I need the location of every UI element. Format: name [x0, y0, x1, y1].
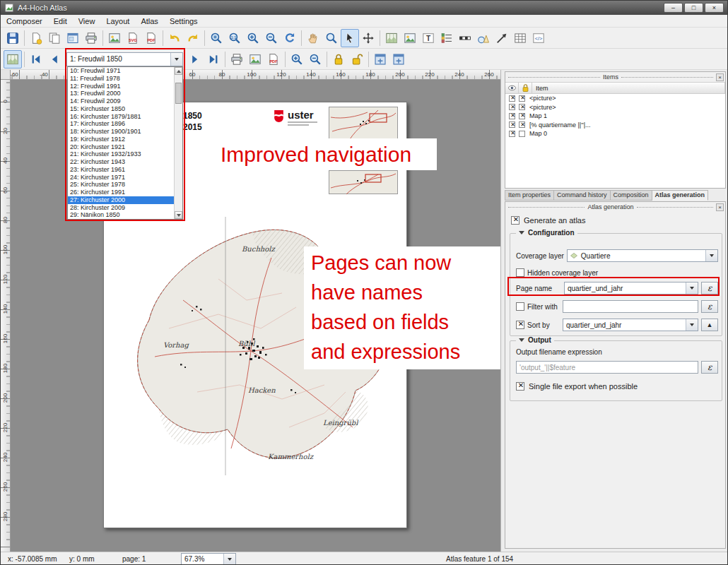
atlas-dropdown-item[interactable]: 25: Kirchuster 1978 [68, 181, 174, 189]
menu-edit[interactable]: Edit [48, 16, 73, 27]
zoom-in-icon[interactable] [244, 29, 262, 47]
move-item-content-icon[interactable] [359, 29, 377, 47]
atlas-dropdown-list[interactable]: 10: Freudwil 197111: Freudwil 197812: Fr… [67, 66, 183, 220]
menu-composer[interactable]: Composer [1, 16, 48, 27]
zoom-full-icon[interactable] [207, 29, 225, 47]
ungroup-items-icon[interactable] [389, 50, 408, 69]
item-lock-checkbox[interactable] [519, 104, 525, 110]
refresh-view-icon[interactable] [281, 29, 299, 47]
add-arrow-icon[interactable] [493, 29, 511, 47]
zoom-actual-icon[interactable]: 1:1 [225, 29, 244, 47]
atlas-dropdown-item[interactable]: 23: Kirchuster 1961 [68, 166, 174, 174]
add-attribute-table-icon[interactable] [511, 29, 529, 47]
zoom-out-icon[interactable] [306, 50, 324, 69]
atlas-dropdown-item[interactable]: 27: Kirchuster 2000 [68, 196, 174, 204]
redo-icon[interactable] [184, 29, 202, 47]
tab-composition[interactable]: Composition [611, 190, 652, 201]
zoom-level-combo[interactable]: 67.3% [181, 553, 236, 565]
atlas-dropdown-item[interactable]: 22: Kirchuster 1943 [68, 158, 174, 166]
atlas-dropdown-item[interactable]: 29: Nänikon 1850 [68, 211, 174, 219]
single-file-checkbox[interactable] [516, 382, 524, 391]
atlas-dropdown-item[interactable]: 18: Kirchuster 1900/1901 [68, 128, 174, 136]
save-project-icon[interactable] [4, 29, 22, 47]
filter-with-input[interactable] [563, 300, 698, 313]
menu-view[interactable]: View [73, 16, 101, 27]
undo-icon[interactable] [165, 29, 184, 47]
export-svg-icon[interactable]: SVG [124, 29, 142, 47]
item-visible-checkbox[interactable] [509, 131, 515, 137]
next-feature-icon[interactable] [186, 50, 204, 69]
scrollbar-thumb[interactable] [175, 83, 182, 104]
atlas-dropdown-item[interactable]: 14: Freudwil 2009 [68, 97, 174, 105]
page-name-combo[interactable]: quartier_und_jahr [564, 282, 698, 295]
atlas-dropdown-item[interactable]: 11: Freudwil 1978 [68, 75, 174, 83]
menu-atlas[interactable]: Atlas [135, 16, 163, 27]
item-lock-checkbox[interactable] [519, 95, 525, 102]
page-name-expression-button[interactable]: ε [701, 282, 718, 295]
add-shape-icon[interactable] [474, 29, 493, 47]
add-label-icon[interactable]: T [419, 29, 438, 47]
lock-column-icon[interactable] [519, 83, 532, 93]
duplicate-composer-icon[interactable] [45, 29, 64, 47]
sort-ascending-button[interactable]: ▲ [701, 319, 718, 331]
print-icon[interactable] [82, 29, 100, 47]
zoom-combo-arrow[interactable] [223, 554, 235, 564]
item-visible-checkbox[interactable] [509, 95, 515, 102]
item-lock-checkbox[interactable] [519, 121, 525, 128]
atlas-dropdown-item[interactable]: 17: Kirchuster 1896 [68, 120, 174, 128]
unlock-items-icon[interactable] [348, 50, 366, 69]
item-visible-checkbox[interactable] [509, 104, 515, 110]
first-feature-icon[interactable] [27, 50, 45, 69]
atlas-dropdown-item[interactable]: 24: Kirchuster 1971 [68, 174, 174, 182]
add-html-icon[interactable]: </> [529, 29, 548, 47]
export-atlas-pdf-icon[interactable]: PDF [264, 50, 283, 69]
add-image-icon[interactable] [401, 29, 419, 47]
item-visible-checkbox[interactable] [509, 121, 515, 128]
page-name-combo-arrow[interactable] [686, 282, 698, 294]
menu-settings[interactable]: Settings [164, 16, 204, 27]
atlas-dropdown-item[interactable]: 21: Kirchuster 1932/1933 [68, 150, 174, 158]
atlas-dropdown-item[interactable]: 20: Kirchuster 1921 [68, 143, 174, 151]
print-atlas-icon[interactable] [228, 50, 246, 69]
coverage-layer-combo[interactable]: Quartiere [567, 249, 718, 262]
menu-layout[interactable]: Layout [100, 16, 135, 27]
item-lock-checkbox[interactable] [519, 131, 525, 137]
map-thumbnail-bottom[interactable] [329, 170, 398, 194]
previous-feature-icon[interactable] [45, 50, 64, 69]
export-image-icon[interactable] [105, 29, 124, 47]
visibility-column-icon[interactable] [505, 83, 519, 93]
coverage-layer-combo-arrow[interactable] [705, 250, 717, 261]
items-table-row[interactable]: Map 1 [505, 112, 725, 121]
atlas-feature-combo-arrow[interactable] [170, 53, 182, 66]
add-scalebar-icon[interactable] [456, 29, 474, 47]
scroll-up-icon[interactable] [175, 67, 182, 75]
preview-atlas-icon[interactable] [4, 50, 22, 69]
atlas-dropdown-item[interactable]: 12: Freudwil 1991 [68, 83, 174, 90]
items-table-row[interactable]: Map 0 [505, 129, 725, 138]
item-lock-checkbox[interactable] [519, 113, 525, 119]
atlas-dropdown-item[interactable]: 26: Kirchuster 1991 [68, 189, 174, 196]
configuration-group-header[interactable]: Configuration [516, 229, 577, 237]
add-map-icon[interactable] [382, 29, 401, 47]
atlas-dropdown-item[interactable]: 28: Kirchuster 2009 [68, 204, 174, 212]
composer-manager-icon[interactable] [64, 29, 82, 47]
atlas-dropdown-item[interactable]: 19: Kirchuster 1912 [68, 136, 174, 143]
filename-expression-button[interactable]: ε [701, 361, 718, 374]
tab-command-history[interactable]: Command history [554, 190, 611, 201]
atlas-dropdown-item[interactable]: 16: Kirchuster 1879/1881 [68, 113, 174, 121]
tab-item-properties[interactable]: Item properties [505, 190, 554, 201]
filter-with-checkbox[interactable] [516, 302, 524, 311]
close-button[interactable]: × [705, 3, 724, 13]
filter-expression-button[interactable]: ε [701, 300, 718, 313]
zoom-out-icon[interactable] [262, 29, 281, 47]
select-move-item-icon[interactable] [341, 29, 359, 47]
last-feature-icon[interactable] [204, 50, 223, 69]
export-pdf-icon[interactable]: PDF [142, 29, 160, 47]
items-table-row[interactable]: [% quartiername ||''|... [505, 121, 725, 130]
sort-by-combo[interactable]: quartier_und_jahr [563, 319, 698, 331]
sort-by-checkbox[interactable] [516, 321, 524, 329]
zoom-tool-icon[interactable] [322, 29, 341, 47]
maximize-button[interactable]: □ [684, 3, 703, 13]
sort-by-combo-arrow[interactable] [686, 319, 698, 331]
close-icon[interactable]: × [716, 73, 724, 81]
